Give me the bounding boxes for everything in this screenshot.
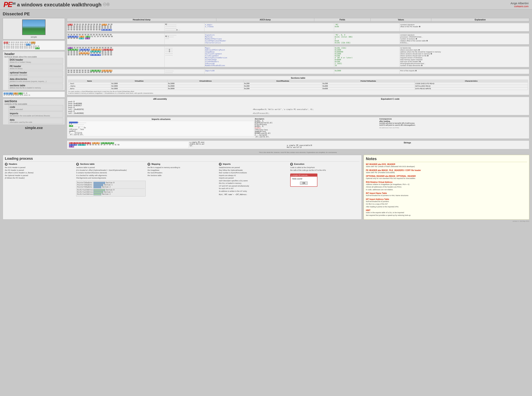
optional-fields: Magic AddressOfEntryPoint ImageBase Sect… — [205, 47, 334, 67]
after-loading-label: after loading, — [380, 120, 528, 122]
note-pe: PE HEADER aka IMAGE_FILE_HEADERS / COFF … — [366, 169, 527, 174]
site-url: corkami.com — [510, 5, 528, 8]
right-panel: Hexadecimal dump ASCII dump Fields Value… — [67, 18, 529, 153]
imports-hex: .........c........ h.D............. ..P.… — [68, 121, 254, 136]
notes-title: Notes — [366, 157, 527, 162]
consequences-label: Consequences — [380, 118, 528, 120]
note-opt-body: Optional only for non-standard PEs but r… — [366, 177, 527, 180]
ptr2-text: 0x2070 will point to user32.dll's Messag… — [380, 124, 528, 126]
note-iat-term: IAT Import Address Table — [366, 198, 527, 200]
strings-hex-content: 61 20 73-69 6D 70-6C 65 2E 50 45 2E 65 7… — [68, 141, 189, 148]
note-opt: OPTIONAL HEADER aka IMAGE_OPTIONAL_HEADE… — [366, 175, 527, 180]
pe-ascii-dump: ............ PE.L..... .... — [165, 33, 205, 44]
imports-descriptors: descriptors 0x203c, 0, 0x2078→kernel32.d… — [255, 118, 379, 138]
step-mapping: ❸ Mapping the file is mapped in memory a… — [147, 163, 217, 197]
dos-header-row: 4D 5A 90 00-03 00 00 00-04 00 00 00-FF F… — [67, 23, 529, 31]
loading-steps: ❶ Headers the DOS Header is parsed the P… — [5, 163, 360, 197]
asm-title: x86 assembly — [68, 98, 252, 100]
top-section: simple 4D5A90 0003 0000 0004 0000 00FF F… — [3, 18, 529, 153]
strings-values: a simple PE executable\0 Hello world!\0 — [287, 144, 528, 148]
footer-note: This is the whole file, however, most PE… — [67, 151, 529, 153]
strings-title-col: Strings a simple PE executable\0 Hello w… — [287, 141, 528, 148]
step5-label: Execution — [294, 163, 304, 165]
note-pe-term: PE HEADER aka IMAGE_FILE_HEADERS / COFF … — [366, 169, 527, 171]
iat-hint-label: Hint,'API name'→ — [219, 194, 234, 195]
step4-title: ❹ Imports — [219, 163, 288, 166]
dos-explanations: constant signature offset of the PE Head… — [399, 23, 529, 31]
note-iat-body: Null-terminated list of pointers On file… — [366, 200, 527, 208]
sections-note2: It will be loaded in memory at address I… — [68, 92, 528, 94]
pe-header-row: 00 00 00 00-00 00 00 00-00 00 00 00-00 0… — [67, 33, 529, 45]
asm-panel: x86 assembly push 0 push 0x403000 push 0… — [67, 97, 529, 115]
section-row-text: .text 0x1000 0x1000 0x200 0x200 CODE EXE… — [68, 82, 528, 85]
step4-num: ❹ — [219, 163, 222, 166]
imports-item: imports link between the executable and … — [8, 111, 63, 117]
optional-label: optional header — [10, 71, 62, 74]
step1-num: ❶ — [5, 163, 8, 166]
after-loading-text: after loading, 0x2068 will point to kern… — [380, 120, 528, 129]
cc-badge: 🅭🅯 — [103, 3, 110, 7]
mem-row-va1: 0x+VirtualAddress Section 0 — [77, 189, 145, 191]
note-hint-term: HINT — [366, 209, 527, 211]
step4-body: DataDirectories are parsed they follow t… — [219, 166, 288, 192]
memory-diagram: PointerToRawData Section 0 PointerToRawD… — [76, 181, 146, 197]
step3-num: ❸ — [147, 163, 150, 166]
sub-sections: DOS header shows it's a 'modern' binary … — [8, 58, 63, 89]
step2-title: ❷ Sections table — [76, 163, 146, 166]
optional-values: 0x10b [32b] 0x1000 0x400000 0x1000 0x200… — [334, 47, 399, 67]
mem-bar-1 — [94, 182, 105, 184]
dos-label: DOS header — [10, 58, 62, 61]
section-row-rdata: .rdata 0x1000 0x2000 0x200 0x400 INITIAL… — [68, 85, 528, 87]
strings-title: Strings — [287, 141, 528, 144]
sections-sub: contents of the executable — [5, 103, 63, 105]
strings-hex: 61 20 73-69 6D 70-6C 65 2E 50 45 2E 65 7… — [68, 141, 189, 148]
optional-sub: executable information — [10, 74, 62, 76]
imports-title: Imports structures — [68, 118, 254, 120]
step1-body: the DOS Header is parsed the PE Header i… — [5, 166, 74, 180]
imports-panel: Imports structures .........c........ h.… — [67, 117, 529, 139]
mem-bar-va2 — [94, 191, 103, 193]
section-row-data: .data 0x1000 0x3000 0x200 0x600 DATA REA… — [68, 87, 528, 90]
step-headers: ❶ Headers the DOS Header is parsed the P… — [5, 163, 74, 197]
optional-header-item: optional header executable information — [8, 71, 63, 76]
exe-label: simple — [4, 36, 64, 38]
mem-bar-va1 — [94, 189, 105, 191]
sections-label: sections — [5, 99, 63, 103]
iat-address-label: →IAT_Address: — [235, 194, 247, 195]
step1-label: Headers — [9, 163, 17, 165]
col-fields: Fields — [314, 18, 371, 21]
data-dir-label: data directories — [10, 78, 62, 81]
pe-label: PE header — [10, 65, 62, 68]
data-dir-item: data directories pointers to extra struc… — [8, 77, 63, 83]
data-dirs-row: 00 00 00 00-00 00 00 00-00 20 00 00-28 0… — [67, 69, 529, 74]
mem-divider — [77, 188, 145, 189]
datadir-values: 0x2000 — [334, 69, 399, 74]
optional-explanations: 32 bits/64 bits where execution starts ❸… — [399, 47, 529, 67]
hello-dialog: a simple PE executa... Hello world! OK — [290, 174, 317, 187]
dos-sub: shows it's a 'modern' binary — [10, 61, 62, 63]
dialog-ok-button[interactable]: OK — [300, 181, 308, 185]
note-iat: IAT Import Address Table Null-terminated… — [366, 198, 527, 208]
pe-fields: Signature Machine NumberOfSections SizeO… — [205, 33, 334, 44]
strings-ascii-content: a.simple.PE.exec utable.Hello.wor ld!. — [189, 141, 286, 147]
step5-title: ❺ Execution — [290, 163, 360, 166]
imports-consequences: Consequences after loading, 0x2068 will … — [380, 118, 528, 138]
header-label: header — [5, 52, 63, 56]
code-sub: what is executed — [10, 108, 62, 110]
main-content: Dissected PE simple 4D5A90 0003 0000 000… — [0, 10, 532, 224]
dos-ascii-dump: MZ.......... ............ ............ .… — [165, 23, 205, 31]
pe-hex-dump: 00 00 00 00-00 00 00 00-00 00 00 00-00 0… — [67, 33, 165, 44]
pe-sub: shows it's binary — [10, 68, 62, 70]
mem-bar-2 — [94, 184, 103, 186]
note-rva-term: RVA Relative Virtual Address — [366, 181, 527, 183]
note-int: INT Import Name Table Null-terminated li… — [366, 192, 527, 197]
main-table-headers: Hexadecimal dump ASCII dump Fields Value… — [67, 18, 529, 21]
sections-sub-sections: code what is executed imports link betwe… — [8, 105, 63, 124]
pe-explanations: constant signature processor: ARM/MIPS/I… — [399, 33, 529, 44]
note-int-term: INT Import Name Table — [366, 192, 527, 194]
dos-values: 'MZ' 0x40 — [334, 23, 399, 31]
page-title: Dissected PE — [3, 12, 529, 17]
asm-code: push 0 push 0x403000 push 0x403017 push … — [68, 101, 252, 114]
step2-label: Sections table — [80, 163, 95, 165]
dos-header-item: DOS header shows it's a 'modern' binary — [8, 58, 63, 64]
